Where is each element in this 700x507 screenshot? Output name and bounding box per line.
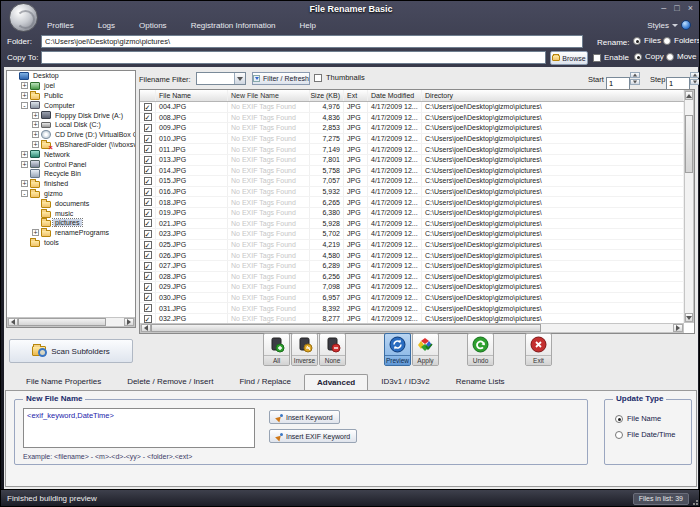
tree-item-local-disk-c[interactable]: +Local Disk (C:): [7, 120, 135, 130]
tree-item-cd-drive-d-virtualbox-guest[interactable]: +CD Drive (D:) VirtualBox Guest: [7, 130, 135, 140]
row-checkbox-checked[interactable]: ✓: [144, 241, 152, 249]
close-button[interactable]: ×: [688, 3, 693, 13]
undo-button[interactable]: Undo: [467, 333, 494, 366]
table-vertical-scrollbar[interactable]: [684, 90, 694, 323]
table-row[interactable]: ✓028.JPGNo EXIF Tags Found6,256JPG4/17/2…: [140, 272, 684, 283]
inverse-button[interactable]: Inverse: [291, 333, 318, 366]
expand-icon[interactable]: +: [21, 180, 28, 187]
spin-up-icon[interactable]: [690, 72, 700, 78]
tab-file-name-properties[interactable]: File Name Properties: [13, 373, 114, 390]
radio-move[interactable]: Move: [666, 52, 697, 61]
scroll-right-icon[interactable]: [124, 318, 134, 326]
tree-item-vbsharedfolder-vboxsvr-z[interactable]: +VBSharedFolder (\\vboxsvr) (Z: [7, 140, 135, 150]
menu-item-options[interactable]: Options: [129, 19, 177, 34]
scroll-down-icon[interactable]: [685, 313, 693, 322]
table-row[interactable]: ✓010.JPGNo EXIF Tags Found7,275JPG4/17/2…: [140, 134, 684, 145]
tab-id3v1-id3v2[interactable]: ID3v1 / ID3v2: [368, 373, 442, 390]
radio-folders[interactable]: Folders: [663, 36, 700, 45]
table-row[interactable]: ✓016.JPGNo EXIF Tags Found5,932JPG4/17/2…: [140, 187, 684, 198]
tree-item-tools[interactable]: tools: [7, 238, 135, 248]
radio-copy[interactable]: Copy: [634, 52, 664, 61]
radio-unselected-icon[interactable]: [666, 53, 674, 61]
scroll-left-icon[interactable]: [141, 324, 151, 332]
tree-item-floppy-disk-drive-a[interactable]: +Floppy Disk Drive (A:): [7, 110, 135, 120]
apply-button[interactable]: Apply: [412, 333, 439, 366]
expand-icon[interactable]: +: [32, 131, 39, 138]
scrollbar-thumb[interactable]: [685, 115, 693, 173]
spin-up-icon[interactable]: [630, 72, 640, 78]
all-button[interactable]: All: [263, 333, 290, 366]
none-button[interactable]: None: [319, 333, 346, 366]
table-header[interactable]: File NameNew File NameSize (KB)ExtDate M…: [140, 90, 684, 102]
tab-find-replace[interactable]: Find / Replace: [226, 373, 304, 390]
tree-item-network[interactable]: +Network: [7, 149, 135, 159]
table-row[interactable]: ✓025.JPGNo EXIF Tags Found4,219JPG4/17/2…: [140, 240, 684, 251]
table-row[interactable]: ✓023.JPGNo EXIF Tags Found5,702JPG4/17/2…: [140, 229, 684, 240]
tree-item-computer[interactable]: -Computer: [7, 100, 135, 110]
scroll-up-icon[interactable]: [685, 91, 693, 100]
tree-item-recycle-bin[interactable]: Recycle Bin: [7, 169, 135, 179]
tree-item-pictures[interactable]: pictures: [7, 218, 135, 228]
row-checkbox-checked[interactable]: ✓: [144, 135, 152, 143]
menu-item-help[interactable]: Help: [290, 19, 326, 34]
radio-unselected-icon[interactable]: [615, 431, 623, 439]
row-checkbox-checked[interactable]: ✓: [144, 315, 152, 323]
minimize-button[interactable]: –: [661, 3, 666, 13]
tree-item-desktop[interactable]: Desktop: [7, 71, 135, 81]
table-row[interactable]: ✓015.JPGNo EXIF Tags Found7,057JPG4/17/2…: [140, 176, 684, 187]
expand-icon[interactable]: +: [21, 82, 28, 89]
table-row[interactable]: ✓021.JPGNo EXIF Tags Found5,928JPG4/17/2…: [140, 219, 684, 230]
insert-keyword-button[interactable]: Insert Keyword: [269, 410, 340, 424]
table-row[interactable]: ✓019.JPGNo EXIF Tags Found6,380JPG4/17/2…: [140, 208, 684, 219]
row-checkbox-checked[interactable]: ✓: [144, 124, 152, 132]
collapse-icon[interactable]: -: [21, 190, 28, 197]
column-header-checkbox[interactable]: [140, 90, 156, 101]
spin-down-icon[interactable]: [630, 79, 640, 85]
tree-horizontal-scrollbar[interactable]: [7, 317, 135, 327]
spin-down-icon[interactable]: [690, 79, 700, 85]
table-row[interactable]: ✓014.JPGNo EXIF Tags Found5,758JPG4/17/2…: [140, 166, 684, 177]
column-header-new-file-name[interactable]: New File Name: [228, 90, 310, 101]
row-checkbox-checked[interactable]: ✓: [144, 156, 152, 164]
table-row[interactable]: ✓013.JPGNo EXIF Tags Found7,801JPG4/17/2…: [140, 155, 684, 166]
row-checkbox-checked[interactable]: ✓: [144, 166, 152, 174]
expand-icon[interactable]: +: [32, 141, 39, 148]
table-row[interactable]: ✓004.JPGNo EXIF Tags Found4,976JPG4/17/2…: [140, 102, 684, 113]
row-checkbox-checked[interactable]: ✓: [144, 272, 152, 280]
table-row[interactable]: ✓009.JPGNo EXIF Tags Found2,853JPG4/17/2…: [140, 123, 684, 134]
expand-icon[interactable]: +: [32, 229, 39, 236]
radio-unselected-icon[interactable]: [663, 37, 671, 45]
column-header-date-modified[interactable]: Date Modified: [368, 90, 422, 101]
tab-delete-remove-insert[interactable]: Delete / Remove / Insert: [114, 373, 226, 390]
column-header-directory[interactable]: Directory: [422, 90, 684, 101]
expand-icon[interactable]: +: [32, 121, 39, 128]
row-checkbox-checked[interactable]: ✓: [144, 251, 152, 259]
radio-selected-icon[interactable]: [633, 37, 641, 45]
row-checkbox-checked[interactable]: ✓: [144, 145, 152, 153]
radio-files[interactable]: Files: [633, 36, 661, 45]
table-row[interactable]: ✓027.JPGNo EXIF Tags Found6,289JPG4/17/2…: [140, 261, 684, 272]
browse-button[interactable]: Browse: [550, 51, 588, 65]
tree-item-joel[interactable]: +joel: [7, 81, 135, 91]
tree-item-control-panel[interactable]: +Control Panel: [7, 159, 135, 169]
radio-selected-icon[interactable]: [634, 53, 642, 61]
menu-item-logs[interactable]: Logs: [88, 19, 125, 34]
table-row[interactable]: ✓031.JPGNo EXIF Tags Found8,392JPG4/17/2…: [140, 303, 684, 314]
enable-checkbox[interactable]: [593, 54, 601, 62]
tab-rename-lists[interactable]: Rename Lists: [443, 373, 518, 390]
row-checkbox-checked[interactable]: ✓: [144, 177, 152, 185]
thumbnails-checkbox[interactable]: [314, 74, 322, 82]
combobox-arrow-icon[interactable]: [234, 73, 245, 84]
scrollbar-thumb[interactable]: [151, 324, 541, 332]
tree-item-finished[interactable]: +finished: [7, 179, 135, 189]
menu-item-profiles[interactable]: Profiles: [37, 19, 84, 34]
row-checkbox-checked[interactable]: ✓: [144, 209, 152, 217]
filename-filter-combobox[interactable]: [196, 72, 246, 85]
copy-to-input[interactable]: [41, 51, 546, 64]
scroll-left-icon[interactable]: [8, 318, 18, 326]
row-checkbox-checked[interactable]: ✓: [144, 293, 152, 301]
tree-item-renameprograms[interactable]: +renamePrograms: [7, 228, 135, 238]
expand-icon[interactable]: +: [21, 161, 28, 168]
tree-item-documents[interactable]: documents: [7, 198, 135, 208]
resize-grip[interactable]: [693, 499, 699, 505]
